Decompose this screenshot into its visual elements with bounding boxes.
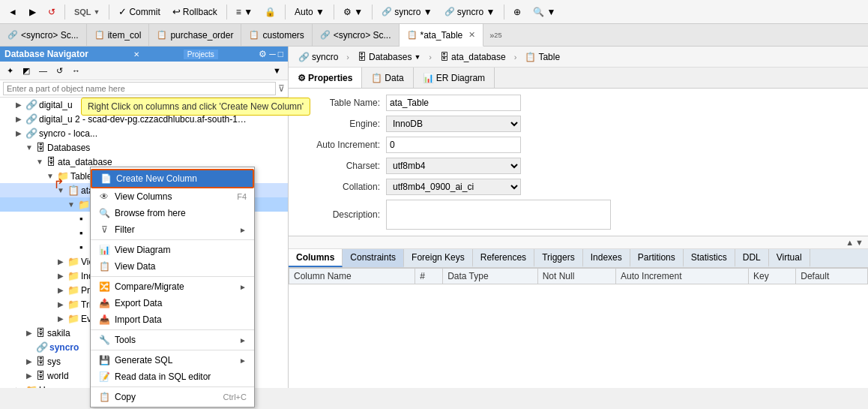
tree-collapse-btn[interactable]: — <box>35 63 51 78</box>
tab-data[interactable]: 📋 Data <box>362 68 413 88</box>
tab-properties[interactable]: ⚙ Properties <box>289 68 362 88</box>
panel-close-btn[interactable]: ✕ <box>133 50 139 59</box>
tree-arrow-trig: ▶ <box>55 300 66 308</box>
tab-er-diagram[interactable]: 📊 ER Diagram <box>414 68 495 88</box>
col-header-name[interactable]: Column Name <box>289 269 415 284</box>
col-header-default[interactable]: Default <box>796 269 868 284</box>
tree-col1-icon: ▪ <box>79 213 83 224</box>
tab-syncro1[interactable]: 🔗 <syncro> Sc... <box>0 24 87 46</box>
cm-export-data[interactable]: 📤 Export Data <box>91 295 254 311</box>
col-tab-indexes[interactable]: Indexes <box>583 249 630 267</box>
tree-item-databases[interactable]: ▼ 🗄 Databases <box>0 140 288 155</box>
cm-sep2 <box>91 276 254 277</box>
rollback-button[interactable]: ↩ Rollback <box>167 2 223 22</box>
collation-select[interactable]: utf8mb4_0900_ai_ci <box>386 179 521 195</box>
charset-select[interactable]: utf8mb4 utf8 <box>386 158 521 174</box>
refresh-button[interactable]: ↺ <box>43 2 61 22</box>
sort-down-icon[interactable]: ▼ <box>855 238 864 247</box>
auto-inc-input[interactable] <box>386 137 521 153</box>
tree-arrow-views: ▶ <box>55 257 66 266</box>
syncro2-button[interactable]: 🔗 syncro ▼ <box>439 2 501 22</box>
tree-col2-icon: ▪ <box>79 227 83 239</box>
engine-select[interactable]: InnoDB MyISAM <box>386 116 521 132</box>
tree-settings-btn[interactable]: ▼ <box>269 63 285 78</box>
search-input[interactable] <box>3 82 276 95</box>
tab-bar: 🔗 <syncro> Sc... 📋 item_col 📋 purchase_o… <box>0 24 868 47</box>
settings-button[interactable]: ⚙ ▼ <box>338 2 368 22</box>
col-tab-columns[interactable]: Columns <box>289 249 343 267</box>
forward-button[interactable]: ▶ <box>24 2 41 22</box>
col-tab-partitions[interactable]: Partitions <box>630 249 684 267</box>
panel-minimize-btn[interactable]: ─ <box>269 49 276 59</box>
tab-customers[interactable]: 📋 customers <box>241 24 312 46</box>
tree-atadb-icon: 🗄 <box>46 156 56 167</box>
tree-new-btn[interactable]: ✦ <box>3 63 17 78</box>
cm-browse-from-here[interactable]: 🔍 Browse from here <box>91 205 254 221</box>
layout-button[interactable]: ≡ ▼ <box>231 2 258 22</box>
lock-button[interactable]: 🔒 <box>259 2 281 22</box>
tab-more[interactable]: »25 <box>483 24 507 46</box>
row-charset: Charset: utf8mb4 utf8 <box>298 158 859 174</box>
cm-sep1 <box>91 239 254 240</box>
commit-button[interactable]: ✓ Commit <box>113 2 165 22</box>
col-tab-constraints[interactable]: Constraints <box>343 249 404 267</box>
row-table-name: Table Name: <box>298 95 859 111</box>
cm-read-data-sql[interactable]: 📝 Read data in SQL editor <box>91 368 254 385</box>
col-header-type[interactable]: Data Type <box>443 269 538 284</box>
cm-view-data[interactable]: 📋 View Data <box>91 258 254 275</box>
cm-copy[interactable]: 📋 Copy Ctrl+C <box>91 389 254 405</box>
cm-generate-sql[interactable]: 💾 Generate SQL ► <box>91 352 254 368</box>
col-tab-references[interactable]: References <box>473 249 534 267</box>
panel-settings-btn[interactable]: ⚙ <box>259 49 267 59</box>
col-header-key[interactable]: Key <box>749 269 796 284</box>
table-name-label: Table Name: <box>298 98 380 108</box>
tree-item-digital-u2[interactable]: ▶ 🔗 digital_u 2 - scad-dev-pg.czzacdhlub… <box>0 112 288 126</box>
sub-syncro-btn[interactable]: 🔗 syncro <box>293 50 343 65</box>
tree-filter-btn[interactable]: ◩ <box>19 63 34 78</box>
table-name-input[interactable] <box>386 95 521 111</box>
projects-tab[interactable]: Projects <box>184 50 218 59</box>
back-button[interactable]: ◄ <box>3 2 22 22</box>
col-tab-foreign-keys[interactable]: Foreign Keys <box>404 249 473 267</box>
col-tabs: Columns Constraints Foreign Keys Referen… <box>289 249 868 268</box>
cm-filter[interactable]: ⊽ Filter ► <box>91 221 254 238</box>
description-input[interactable] <box>386 200 611 230</box>
sort-up-icon[interactable]: ▲ <box>846 238 854 247</box>
cm-compare-migrate[interactable]: 🔀 Compare/Migrate ► <box>91 278 254 295</box>
cm-tools[interactable]: 🔧 Tools ► <box>91 332 254 348</box>
col-tab-triggers[interactable]: Triggers <box>534 249 583 267</box>
tree-item-syncro[interactable]: ▶ 🔗 syncro - loca... <box>0 126 288 140</box>
tree-link-btn[interactable]: ↔ <box>68 63 84 78</box>
sub-databases-btn[interactable]: 🗄 Databases ▼ <box>352 50 426 65</box>
sub-ata-database-btn[interactable]: 🗄 ata_database <box>435 50 511 65</box>
tab-purchase-order[interactable]: 📋 purchase_order <box>149 24 241 46</box>
cm-view-diagram[interactable]: 📊 View Diagram <box>91 242 254 258</box>
tab-ata-table[interactable]: 📋 *ata_Table ✕ <box>400 24 484 47</box>
tab-close-button[interactable]: ✕ <box>468 30 475 40</box>
col-header-num[interactable]: # <box>415 269 443 284</box>
cm-import-data[interactable]: 📥 Import Data <box>91 311 254 328</box>
col-tab-statistics[interactable]: Statistics <box>684 249 735 267</box>
sql-button[interactable]: SQL ▼ <box>69 2 106 22</box>
tree-refresh-btn[interactable]: ↺ <box>52 63 67 78</box>
cm-create-column[interactable]: 📄 Create New Column <box>91 169 254 188</box>
tab-item-col[interactable]: 📋 item_col <box>87 24 150 46</box>
col-header-notnull[interactable]: Not Null <box>537 269 615 284</box>
sub-table-btn[interactable]: 📋 Table <box>519 50 565 65</box>
panel-maximize-btn[interactable]: □ <box>278 49 283 59</box>
col-table-wrap: Column Name # Data Type Not Null <box>289 268 868 388</box>
filter-icon[interactable]: ⊽ <box>278 83 285 94</box>
col-tab-ddl[interactable]: DDL <box>735 249 769 267</box>
search-toolbar-button[interactable]: 🔍 ▼ <box>528 2 561 22</box>
cm-view-columns[interactable]: 👁 View Columns F4 <box>91 188 254 205</box>
merge-button[interactable]: ⊕ <box>508 2 526 22</box>
col-header-autoinc[interactable]: Auto Increment <box>616 269 749 284</box>
tab-syncro2[interactable]: 🔗 <syncro> Sc... <box>313 24 400 46</box>
col-tab-virtual[interactable]: Virtual <box>769 249 810 267</box>
cm-view-col-icon: 👁 <box>98 191 110 202</box>
syncro1-button[interactable]: 🔗 syncro ▼ <box>376 2 438 22</box>
sub-databases-icon: 🗄 <box>358 52 367 62</box>
sep3 <box>226 5 227 20</box>
auto-button[interactable]: Auto ▼ <box>289 2 330 22</box>
tree-item-digital-u[interactable]: ▶ 🔗 digital_u <box>0 98 288 112</box>
